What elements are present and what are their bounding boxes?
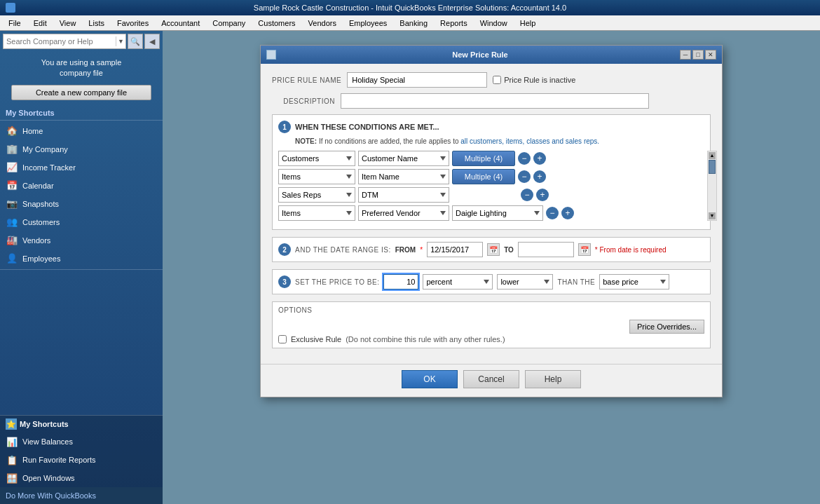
- price-rule-name-row: PRICE RULE NAME Price Rule is inactive: [272, 72, 711, 88]
- cond4-minus-button[interactable]: −: [546, 207, 559, 219]
- search-input[interactable]: [4, 36, 116, 47]
- price-rule-name-input[interactable]: [347, 72, 487, 88]
- sidebar-label-employees: Employees: [22, 254, 60, 263]
- cond3-minus-button[interactable]: −: [521, 189, 533, 201]
- price-unit-select[interactable]: percent fixed amount markup percent: [423, 274, 493, 290]
- cond1-plus-button[interactable]: +: [533, 152, 546, 165]
- options-label: OPTIONS: [278, 306, 704, 314]
- new-price-rule-dialog: New Price Rule ─ □ ✕ PRICE RULE NAME Pri…: [260, 45, 723, 397]
- cond1-minus-button[interactable]: −: [518, 152, 531, 165]
- search-button[interactable]: 🔍: [128, 34, 143, 49]
- ok-button[interactable]: OK: [402, 370, 458, 388]
- sidebar-item-view-balances[interactable]: 📊 View Balances: [0, 433, 163, 451]
- cond2-filter-select[interactable]: Item Name: [358, 169, 449, 184]
- create-company-button[interactable]: Create a new company file: [11, 85, 151, 100]
- conditions-scrollbar[interactable]: ▲ ▼: [707, 151, 717, 221]
- menu-file[interactable]: File: [3, 18, 27, 29]
- cond4-filter-select[interactable]: Preferred Vendor: [358, 205, 449, 221]
- maximize-button[interactable]: □: [692, 50, 704, 60]
- cond2-multi-button[interactable]: Multiple (4): [452, 169, 515, 184]
- price-overrides-button[interactable]: Price Overrides...: [629, 320, 704, 334]
- sidebar-item-customers[interactable]: 👥 Customers: [0, 213, 163, 231]
- menu-window[interactable]: Window: [474, 18, 513, 29]
- exclusive-rule-label: Exclusive Rule (Do not combine this rule…: [278, 335, 704, 343]
- cond4-type-select[interactable]: Items Customers Sales Reps: [278, 205, 355, 221]
- do-more-section[interactable]: Do More With QuickBooks: [0, 487, 163, 504]
- cond4-value-select[interactable]: Daigle Lighting: [452, 205, 543, 221]
- shortcuts-title: My Shortcuts: [20, 420, 69, 428]
- divider2: [0, 269, 163, 270]
- sidebar-item-my-company[interactable]: 🏢 My Company: [0, 140, 163, 158]
- company-message-line1: You are using a sample: [41, 58, 122, 67]
- menu-view[interactable]: View: [54, 18, 82, 29]
- cond3-type-select[interactable]: Sales Reps Customers Items: [278, 187, 355, 203]
- back-button[interactable]: ◀: [144, 34, 160, 49]
- cond1-type-select[interactable]: Customers Items Sales Reps: [278, 151, 355, 166]
- exclusive-rule-checkbox[interactable]: [278, 335, 287, 343]
- price-value-input[interactable]: [383, 274, 418, 290]
- sidebar-item-snapshots[interactable]: 📷 Snapshots: [0, 195, 163, 213]
- dialog-titlebar: New Price Rule ─ □ ✕: [261, 46, 722, 64]
- description-input[interactable]: [341, 93, 649, 109]
- windows-icon: 🪟: [6, 472, 18, 484]
- sidebar-label-home: Home: [22, 127, 43, 135]
- sidebar-item-vendors[interactable]: 🏭 Vendors: [0, 231, 163, 250]
- description-row: DESCRIPTION: [272, 93, 711, 109]
- sidebar-item-home[interactable]: 🏠 Home: [0, 122, 163, 140]
- base-price-select[interactable]: base price cost last price: [599, 274, 669, 290]
- shortcuts-section: ⭐ My Shortcuts 📊 View Balances 📋 Run Fav…: [0, 415, 163, 487]
- price-direction-select[interactable]: lower higher: [497, 274, 553, 290]
- dialog-controls: ─ □ ✕: [680, 50, 716, 60]
- cancel-button[interactable]: Cancel: [463, 370, 519, 388]
- menu-banking[interactable]: Banking: [394, 18, 433, 29]
- menu-edit[interactable]: Edit: [28, 18, 53, 29]
- to-date-input[interactable]: [518, 242, 574, 257]
- condition-row-1: Customers Items Sales Reps Customer Name…: [278, 151, 704, 166]
- my-shortcuts-header[interactable]: ⭐ My Shortcuts: [0, 416, 163, 433]
- menu-reports[interactable]: Reports: [435, 18, 473, 29]
- close-button[interactable]: ✕: [705, 50, 716, 60]
- conditions-section: 1 WHEN THESE CONDITIONS ARE MET... NOTE:…: [272, 114, 711, 230]
- sidebar-label-snapshots: Snapshots: [22, 200, 59, 208]
- sidebar-label-my-company: My Company: [22, 145, 68, 154]
- menu-employees[interactable]: Employees: [343, 18, 392, 29]
- income-tracker-icon: 📈: [6, 161, 18, 174]
- menu-company[interactable]: Company: [207, 18, 251, 29]
- step1-header: 1 WHEN THESE CONDITIONS ARE MET...: [278, 121, 704, 133]
- cond3-plus-button[interactable]: +: [536, 189, 549, 201]
- sidebar-section-title: My Shortcuts: [0, 106, 163, 118]
- cond2-minus-button[interactable]: −: [518, 170, 531, 183]
- home-icon: 🏠: [6, 125, 18, 137]
- cond1-filter-select[interactable]: Customer Name: [358, 151, 449, 166]
- cond2-plus-button[interactable]: +: [533, 170, 546, 183]
- price-rule-name-label: PRICE RULE NAME: [272, 76, 341, 84]
- menu-favorites[interactable]: Favorites: [111, 18, 154, 29]
- cond2-type-select[interactable]: Items Customers Sales Reps: [278, 169, 355, 184]
- dialog-footer: OK Cancel Help: [261, 364, 722, 397]
- menu-customers[interactable]: Customers: [252, 18, 301, 29]
- from-date-input[interactable]: [427, 242, 483, 257]
- inactive-checkbox[interactable]: [493, 76, 501, 84]
- cond4-plus-button[interactable]: +: [561, 207, 574, 219]
- help-button[interactable]: Help: [525, 370, 581, 388]
- search-input-container[interactable]: ▼: [3, 34, 126, 49]
- from-calendar-button[interactable]: 📅: [487, 243, 500, 256]
- menu-vendors[interactable]: Vendors: [303, 18, 342, 29]
- cond3-filter-select[interactable]: DTM: [358, 187, 449, 203]
- cond1-multi-button[interactable]: Multiple (4): [452, 151, 515, 166]
- menu-accountant[interactable]: Accountant: [156, 18, 205, 29]
- step2-label: AND THE DATE RANGE IS:: [295, 246, 391, 254]
- sidebar-item-income-tracker[interactable]: 📈 Income Tracker: [0, 158, 163, 177]
- search-dropdown-arrow[interactable]: ▼: [116, 36, 125, 46]
- sidebar-item-employees[interactable]: 👤 Employees: [0, 250, 163, 268]
- menu-help[interactable]: Help: [514, 18, 542, 29]
- shortcuts-icon: ⭐: [6, 418, 17, 430]
- minimize-button[interactable]: ─: [680, 50, 691, 60]
- from-required-asterisk: *: [420, 246, 423, 254]
- description-label: DESCRIPTION: [272, 97, 335, 105]
- menu-lists[interactable]: Lists: [83, 18, 110, 29]
- sidebar-item-calendar[interactable]: 📅 Calendar: [0, 177, 163, 195]
- sidebar-item-open-windows[interactable]: 🪟 Open Windows: [0, 469, 163, 487]
- sidebar-item-run-reports[interactable]: 📋 Run Favorite Reports: [0, 451, 163, 469]
- to-calendar-button[interactable]: 📅: [578, 243, 591, 256]
